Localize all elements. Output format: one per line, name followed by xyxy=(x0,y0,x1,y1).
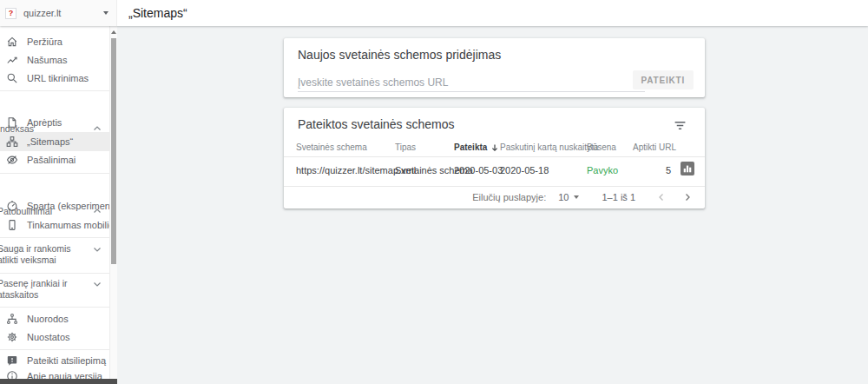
sidebar-item-label: Nuorodos xyxy=(27,314,69,324)
submitted-sitemaps-card-title: Pateiktos svetainės schemos xyxy=(298,117,455,131)
sidebar-section-label: Pasenę įrankiai ir ataskaitos xyxy=(0,278,88,301)
sidebar-item-label: Našumas xyxy=(27,55,67,65)
column-header-type[interactable]: Tipas xyxy=(395,142,416,152)
sidebar-divider xyxy=(0,273,109,274)
property-name: quizzer.lt xyxy=(23,8,61,18)
pagination-bar: Eilučių puslapyje: 10 1–1 iš 1 xyxy=(284,186,705,209)
top-app-bar: ? quizzer.lt „Sitemaps“ xyxy=(0,0,868,26)
open-report-chart-icon[interactable] xyxy=(681,162,694,175)
table-header-divider xyxy=(284,156,705,157)
sidebar-item-label: Pateikti atsiliepimą xyxy=(27,355,106,366)
sidebar-section-security[interactable]: Sauga ir rankomis atlikti veiksmai xyxy=(0,243,109,266)
cell-submitted: 2020-05-03 xyxy=(454,165,503,175)
home-icon xyxy=(6,36,18,48)
sidebar-item-label: Peržiūra xyxy=(27,36,62,47)
column-header-sitemap[interactable]: Svetainės schema xyxy=(296,142,367,152)
rows-per-page-label: Eilučių puslapyje: xyxy=(472,192,546,202)
sidebar-item-mobile-usability[interactable]: Tinkamumas mobiliesiems xyxy=(0,215,109,235)
sidebar-section-legacy-tools[interactable]: Pasenę įrankiai ir ataskaitos xyxy=(0,278,109,301)
bottom-dark-strip xyxy=(0,379,117,384)
scrollbar-thumb[interactable] xyxy=(111,38,116,264)
property-selector[interactable]: ? quizzer.lt xyxy=(0,0,117,26)
sitemap-icon xyxy=(6,136,18,148)
rows-per-page-select[interactable]: 10 xyxy=(558,192,579,202)
sidebar-item-overview[interactable]: Peržiūra xyxy=(0,32,109,51)
chevron-down-icon xyxy=(574,195,579,199)
next-page-icon[interactable] xyxy=(682,192,693,202)
add-sitemap-card: Naujos svetainės schemos pridėjimas PATE… xyxy=(284,38,705,97)
scrollbar-up-arrow-icon[interactable] xyxy=(111,30,116,34)
property-favicon: ? xyxy=(5,8,16,19)
filter-icon[interactable] xyxy=(674,118,687,132)
sidebar-divider xyxy=(0,349,109,350)
add-sitemap-card-title: Naujos svetainės schemos pridėjimas xyxy=(298,48,501,62)
eye-off-icon xyxy=(6,154,18,166)
sidebar-scrollbar[interactable] xyxy=(109,26,117,384)
sitemap-url-input[interactable] xyxy=(298,73,645,92)
sidebar-item-label: „Sitemaps“ xyxy=(27,136,73,147)
column-header-status[interactable]: Būsena xyxy=(587,142,616,152)
sidebar-item-label: Sparta (eksperimentinė) xyxy=(27,201,117,211)
links-icon xyxy=(6,313,18,325)
performance-icon xyxy=(6,54,18,66)
sidebar-item-label: Pašalinimai xyxy=(27,155,76,165)
chevron-down-icon xyxy=(92,279,102,289)
column-header-last-read[interactable]: Paskutinį kartą nuskaityta xyxy=(500,142,598,152)
sidebar-item-removals[interactable]: Pašalinimai xyxy=(0,150,109,169)
sidebar-item-settings[interactable]: Nuostatos xyxy=(0,328,109,347)
mobile-icon xyxy=(6,219,18,231)
rows-per-page-value: 10 xyxy=(558,192,569,202)
sidebar-divider xyxy=(0,307,109,308)
page-title: „Sitemaps“ xyxy=(128,0,187,26)
gear-icon xyxy=(6,331,18,343)
sort-descending-icon xyxy=(490,143,499,152)
sidebar-item-sitemaps[interactable]: „Sitemaps“ xyxy=(0,132,109,151)
cell-discovered-urls: 5 xyxy=(633,165,671,175)
sidebar-item-performance[interactable]: Našumas xyxy=(0,50,109,70)
sidebar-item-label: Tinkamumas mobiliesiems xyxy=(27,220,117,230)
sidebar-divider xyxy=(0,90,109,91)
pagination-range-label: 1–1 iš 1 xyxy=(602,192,635,202)
sidebar-divider xyxy=(0,173,109,174)
sidebar: Peržiūra Našumas URL tikrinimas Indeksas… xyxy=(0,26,117,384)
chevron-down-icon xyxy=(103,11,108,15)
sidebar-item-links[interactable]: Nuorodos xyxy=(0,309,109,328)
search-icon xyxy=(6,72,18,84)
sidebar-item-label: Aprėptis xyxy=(27,117,62,128)
feedback-icon xyxy=(6,354,18,367)
sidebar-item-label: URL tikrinimas xyxy=(27,73,89,83)
speed-icon xyxy=(6,200,18,212)
sidebar-item-label: Nuostatos xyxy=(27,332,70,342)
cell-last-read: 2020-05-18 xyxy=(500,165,549,175)
previous-page-icon[interactable] xyxy=(656,192,667,202)
coverage-page-icon xyxy=(6,116,18,129)
sidebar-section-label: Sauga ir rankomis atlikti veiksmai xyxy=(0,243,88,266)
cell-status: Pavyko xyxy=(587,165,618,175)
submitted-sitemaps-card: Pateiktos svetainės schemos Svetainės sc… xyxy=(284,108,705,209)
sidebar-item-url-inspection[interactable]: URL tikrinimas xyxy=(0,69,109,88)
column-header-submitted-label: Pateikta xyxy=(454,142,487,152)
submit-button[interactable]: PATEIKTI xyxy=(633,70,694,89)
chevron-down-icon xyxy=(92,244,102,255)
column-header-submitted[interactable]: Pateikta xyxy=(454,142,499,152)
sidebar-item-coverage[interactable]: Aprėptis xyxy=(0,113,109,132)
column-header-discovered-urls[interactable]: Aptikti URL xyxy=(633,142,671,152)
sidebar-item-speed[interactable]: Sparta (eksperimentinė) xyxy=(0,196,109,215)
sidebar-divider xyxy=(0,237,109,238)
